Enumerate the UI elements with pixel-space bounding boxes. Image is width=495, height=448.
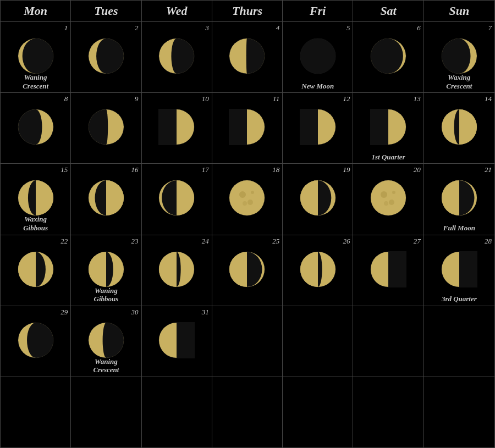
moon-phase-image (440, 179, 479, 219)
day-cell-27: 27 (353, 235, 424, 306)
svg-rect-49 (229, 109, 247, 145)
moon-phase-image (87, 321, 125, 362)
moon-phase-image (87, 37, 125, 78)
day-number: 17 (202, 165, 209, 174)
day-header-sun: Sun (424, 1, 494, 21)
day-header-sat: Sat (353, 1, 424, 21)
day-header-wed: Wed (142, 1, 212, 21)
day-number: 26 (343, 237, 350, 246)
day-number: 28 (485, 237, 492, 246)
day-header-mon: Mon (1, 1, 71, 21)
moon-phase-label: WaningCrescent (23, 73, 48, 90)
day-number: 23 (131, 237, 139, 246)
svg-point-83 (251, 191, 254, 194)
day-cell-30: 30 WaningCrescent (71, 306, 141, 377)
day-number: 22 (61, 237, 68, 246)
svg-rect-4 (36, 38, 53, 74)
moon-phase-image (87, 250, 125, 291)
day-cell-empty (71, 377, 141, 447)
svg-point-82 (243, 201, 247, 206)
day-cell-23: 23 WaningGibbous (71, 235, 141, 306)
moon-phase-image (299, 179, 337, 219)
day-cell-4: 4 (212, 22, 283, 92)
svg-rect-88 (300, 180, 318, 216)
day-cell-10: 10 (142, 93, 212, 163)
day-cell-11: 11 (212, 93, 283, 163)
svg-rect-77 (177, 180, 195, 216)
day-number: 12 (343, 95, 350, 103)
moon-phase-label: Full Moon (443, 224, 475, 233)
svg-rect-53 (300, 109, 318, 145)
moon-phase-image (440, 250, 479, 291)
day-number: 21 (485, 165, 492, 174)
moon-phase-label: WaxingGibbous (23, 215, 48, 232)
week-row-5: 29 30 WaningCrescent31 (1, 306, 494, 377)
day-header-thurs: Thurs (212, 1, 283, 21)
svg-rect-124 (300, 251, 318, 287)
day-cell-14: 14 (424, 93, 494, 163)
day-cell-20: 20 (353, 164, 424, 234)
svg-rect-99 (441, 180, 459, 216)
svg-rect-67 (36, 180, 54, 216)
moon-phase-image (369, 37, 408, 78)
day-cell-17: 17 (142, 164, 212, 234)
svg-rect-130 (459, 251, 477, 287)
day-number: 13 (414, 95, 421, 103)
day-number: 2 (135, 24, 139, 32)
day-cell-empty (212, 306, 283, 377)
svg-point-91 (381, 191, 387, 198)
day-cell-8: 8 (1, 93, 71, 163)
svg-point-90 (371, 180, 406, 215)
moon-phase-label: 1st Quarter (372, 153, 405, 162)
svg-rect-114 (158, 251, 177, 287)
day-number: 31 (202, 308, 209, 317)
svg-point-81 (248, 200, 253, 205)
day-number: 19 (343, 165, 350, 174)
day-number: 4 (276, 24, 280, 32)
moon-phase-image (87, 108, 125, 148)
moon-phase-image (16, 108, 55, 148)
moon-phase-image (369, 250, 408, 291)
svg-rect-127 (388, 251, 406, 287)
moon-phase-image (369, 179, 408, 219)
moon-phase-image (299, 250, 337, 291)
svg-rect-36 (18, 109, 36, 145)
day-cell-6: 6 (353, 22, 424, 92)
day-number: 10 (202, 95, 209, 103)
day-number: 25 (272, 237, 279, 246)
moon-phase-image (16, 250, 55, 291)
day-cell-13: 13 1st Quarter (353, 93, 424, 163)
day-cell-28: 28 3rd Quarter (424, 235, 494, 306)
moon-phase-image (440, 108, 479, 148)
svg-rect-143 (177, 322, 195, 358)
week-row-6 (1, 377, 494, 447)
moon-phase-label: WaningCrescent (93, 357, 119, 374)
svg-rect-41 (89, 109, 106, 145)
day-number: 24 (202, 237, 209, 246)
svg-rect-72 (106, 180, 124, 216)
day-number: 29 (61, 308, 68, 317)
day-header-tues: Tues (71, 1, 141, 21)
day-cell-31: 31 (142, 306, 212, 377)
moon-phase-label: WaxingCrescent (446, 73, 472, 90)
svg-rect-119 (229, 251, 247, 287)
day-number: 3 (205, 24, 209, 32)
week-row-2: 8 9 10 11 (1, 93, 494, 164)
day-cell-empty (283, 377, 353, 447)
moon-phase-image (87, 179, 125, 219)
day-number: 1 (64, 24, 68, 32)
moon-phase-image (299, 37, 337, 78)
day-cell-empty (424, 306, 494, 377)
calendar-weeks: 1 WaningCrescent2 3 4 (1, 22, 494, 447)
day-cell-29: 29 (1, 306, 71, 377)
week-row-3: 15 WaxingGibbous16 17 18 (1, 164, 494, 235)
day-cell-26: 26 (283, 235, 353, 306)
day-number: 15 (61, 165, 68, 174)
day-cell-25: 25 (212, 235, 283, 306)
moon-phase-image (157, 321, 196, 362)
day-cell-22: 22 (1, 235, 71, 306)
day-cell-24: 24 (142, 235, 212, 306)
day-cell-2: 2 (71, 22, 141, 92)
calendar-header: MonTuesWedThursFriSatSun (1, 1, 494, 22)
svg-rect-31 (442, 38, 459, 74)
